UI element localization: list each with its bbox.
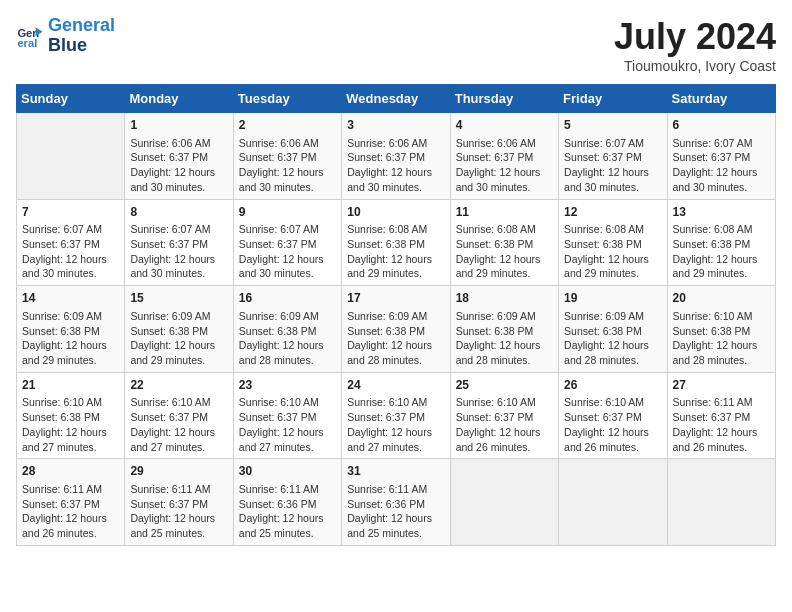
header-saturday: Saturday [667, 85, 775, 113]
calendar-cell: 7Sunrise: 6:07 AM Sunset: 6:37 PM Daylig… [17, 199, 125, 286]
calendar-cell: 14Sunrise: 6:09 AM Sunset: 6:38 PM Dayli… [17, 286, 125, 373]
calendar-cell: 18Sunrise: 6:09 AM Sunset: 6:38 PM Dayli… [450, 286, 558, 373]
calendar-cell: 1Sunrise: 6:06 AM Sunset: 6:37 PM Daylig… [125, 113, 233, 200]
header-friday: Friday [559, 85, 667, 113]
day-number: 31 [347, 463, 444, 480]
calendar-cell: 24Sunrise: 6:10 AM Sunset: 6:37 PM Dayli… [342, 372, 450, 459]
day-info: Sunrise: 6:11 AM Sunset: 6:37 PM Dayligh… [130, 482, 227, 541]
calendar-cell: 16Sunrise: 6:09 AM Sunset: 6:38 PM Dayli… [233, 286, 341, 373]
calendar-cell: 2Sunrise: 6:06 AM Sunset: 6:37 PM Daylig… [233, 113, 341, 200]
calendar-cell: 31Sunrise: 6:11 AM Sunset: 6:36 PM Dayli… [342, 459, 450, 546]
day-number: 30 [239, 463, 336, 480]
calendar-cell: 21Sunrise: 6:10 AM Sunset: 6:38 PM Dayli… [17, 372, 125, 459]
day-info: Sunrise: 6:08 AM Sunset: 6:38 PM Dayligh… [564, 222, 661, 281]
day-number: 6 [673, 117, 770, 134]
calendar-cell: 10Sunrise: 6:08 AM Sunset: 6:38 PM Dayli… [342, 199, 450, 286]
calendar-cell: 26Sunrise: 6:10 AM Sunset: 6:37 PM Dayli… [559, 372, 667, 459]
header-wednesday: Wednesday [342, 85, 450, 113]
day-info: Sunrise: 6:10 AM Sunset: 6:37 PM Dayligh… [347, 395, 444, 454]
day-number: 22 [130, 377, 227, 394]
day-number: 4 [456, 117, 553, 134]
day-number: 3 [347, 117, 444, 134]
calendar-cell: 3Sunrise: 6:06 AM Sunset: 6:37 PM Daylig… [342, 113, 450, 200]
day-number: 24 [347, 377, 444, 394]
day-info: Sunrise: 6:06 AM Sunset: 6:37 PM Dayligh… [239, 136, 336, 195]
day-info: Sunrise: 6:10 AM Sunset: 6:37 PM Dayligh… [239, 395, 336, 454]
day-info: Sunrise: 6:11 AM Sunset: 6:37 PM Dayligh… [22, 482, 119, 541]
calendar-cell: 9Sunrise: 6:07 AM Sunset: 6:37 PM Daylig… [233, 199, 341, 286]
calendar-cell: 8Sunrise: 6:07 AM Sunset: 6:37 PM Daylig… [125, 199, 233, 286]
day-info: Sunrise: 6:11 AM Sunset: 6:37 PM Dayligh… [673, 395, 770, 454]
day-info: Sunrise: 6:10 AM Sunset: 6:38 PM Dayligh… [22, 395, 119, 454]
calendar-cell: 20Sunrise: 6:10 AM Sunset: 6:38 PM Dayli… [667, 286, 775, 373]
logo-icon: Gen eral [16, 22, 44, 50]
day-info: Sunrise: 6:09 AM Sunset: 6:38 PM Dayligh… [22, 309, 119, 368]
calendar-cell: 30Sunrise: 6:11 AM Sunset: 6:36 PM Dayli… [233, 459, 341, 546]
day-info: Sunrise: 6:07 AM Sunset: 6:37 PM Dayligh… [239, 222, 336, 281]
header-tuesday: Tuesday [233, 85, 341, 113]
day-info: Sunrise: 6:07 AM Sunset: 6:37 PM Dayligh… [130, 222, 227, 281]
day-number: 17 [347, 290, 444, 307]
month-title: July 2024 [614, 16, 776, 58]
calendar-cell [17, 113, 125, 200]
day-number: 13 [673, 204, 770, 221]
calendar-cell: 4Sunrise: 6:06 AM Sunset: 6:37 PM Daylig… [450, 113, 558, 200]
page-header: Gen eral GeneralBlue July 2024 Tioumoukr… [16, 16, 776, 74]
calendar-cell: 11Sunrise: 6:08 AM Sunset: 6:38 PM Dayli… [450, 199, 558, 286]
day-number: 8 [130, 204, 227, 221]
day-number: 12 [564, 204, 661, 221]
day-info: Sunrise: 6:10 AM Sunset: 6:38 PM Dayligh… [673, 309, 770, 368]
day-number: 25 [456, 377, 553, 394]
day-number: 20 [673, 290, 770, 307]
calendar-cell: 23Sunrise: 6:10 AM Sunset: 6:37 PM Dayli… [233, 372, 341, 459]
calendar-week-row: 7Sunrise: 6:07 AM Sunset: 6:37 PM Daylig… [17, 199, 776, 286]
day-info: Sunrise: 6:09 AM Sunset: 6:38 PM Dayligh… [564, 309, 661, 368]
calendar-cell: 17Sunrise: 6:09 AM Sunset: 6:38 PM Dayli… [342, 286, 450, 373]
day-number: 19 [564, 290, 661, 307]
day-number: 15 [130, 290, 227, 307]
header-thursday: Thursday [450, 85, 558, 113]
day-number: 7 [22, 204, 119, 221]
day-number: 14 [22, 290, 119, 307]
calendar-cell: 22Sunrise: 6:10 AM Sunset: 6:37 PM Dayli… [125, 372, 233, 459]
day-info: Sunrise: 6:09 AM Sunset: 6:38 PM Dayligh… [130, 309, 227, 368]
calendar-header-row: SundayMondayTuesdayWednesdayThursdayFrid… [17, 85, 776, 113]
calendar-week-row: 14Sunrise: 6:09 AM Sunset: 6:38 PM Dayli… [17, 286, 776, 373]
calendar-cell [559, 459, 667, 546]
title-block: July 2024 Tioumoukro, Ivory Coast [614, 16, 776, 74]
calendar-cell: 27Sunrise: 6:11 AM Sunset: 6:37 PM Dayli… [667, 372, 775, 459]
day-number: 1 [130, 117, 227, 134]
day-info: Sunrise: 6:07 AM Sunset: 6:37 PM Dayligh… [22, 222, 119, 281]
day-info: Sunrise: 6:07 AM Sunset: 6:37 PM Dayligh… [564, 136, 661, 195]
logo-text: GeneralBlue [48, 16, 115, 56]
calendar-cell [450, 459, 558, 546]
day-info: Sunrise: 6:06 AM Sunset: 6:37 PM Dayligh… [130, 136, 227, 195]
day-info: Sunrise: 6:08 AM Sunset: 6:38 PM Dayligh… [456, 222, 553, 281]
day-info: Sunrise: 6:11 AM Sunset: 6:36 PM Dayligh… [239, 482, 336, 541]
calendar-week-row: 28Sunrise: 6:11 AM Sunset: 6:37 PM Dayli… [17, 459, 776, 546]
calendar-cell: 25Sunrise: 6:10 AM Sunset: 6:37 PM Dayli… [450, 372, 558, 459]
day-number: 23 [239, 377, 336, 394]
day-info: Sunrise: 6:08 AM Sunset: 6:38 PM Dayligh… [673, 222, 770, 281]
day-number: 27 [673, 377, 770, 394]
logo: Gen eral GeneralBlue [16, 16, 115, 56]
calendar-cell: 12Sunrise: 6:08 AM Sunset: 6:38 PM Dayli… [559, 199, 667, 286]
calendar-cell: 19Sunrise: 6:09 AM Sunset: 6:38 PM Dayli… [559, 286, 667, 373]
day-info: Sunrise: 6:10 AM Sunset: 6:37 PM Dayligh… [456, 395, 553, 454]
day-info: Sunrise: 6:10 AM Sunset: 6:37 PM Dayligh… [564, 395, 661, 454]
calendar-week-row: 21Sunrise: 6:10 AM Sunset: 6:38 PM Dayli… [17, 372, 776, 459]
day-number: 16 [239, 290, 336, 307]
day-number: 26 [564, 377, 661, 394]
day-number: 2 [239, 117, 336, 134]
day-number: 28 [22, 463, 119, 480]
header-monday: Monday [125, 85, 233, 113]
day-number: 11 [456, 204, 553, 221]
day-info: Sunrise: 6:06 AM Sunset: 6:37 PM Dayligh… [456, 136, 553, 195]
calendar-table: SundayMondayTuesdayWednesdayThursdayFrid… [16, 84, 776, 546]
day-info: Sunrise: 6:11 AM Sunset: 6:36 PM Dayligh… [347, 482, 444, 541]
day-info: Sunrise: 6:09 AM Sunset: 6:38 PM Dayligh… [456, 309, 553, 368]
calendar-cell [667, 459, 775, 546]
day-info: Sunrise: 6:09 AM Sunset: 6:38 PM Dayligh… [347, 309, 444, 368]
header-sunday: Sunday [17, 85, 125, 113]
day-info: Sunrise: 6:10 AM Sunset: 6:37 PM Dayligh… [130, 395, 227, 454]
